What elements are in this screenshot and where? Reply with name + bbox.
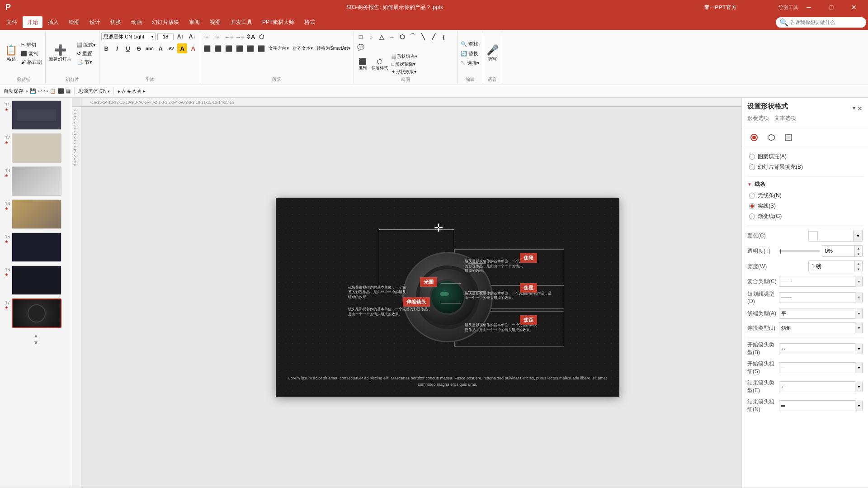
clear-format-button[interactable]: abc (145, 43, 155, 53)
compound-dropdown[interactable]: ═══ ▾ (779, 276, 863, 287)
text-shadow-button[interactable]: A (156, 43, 165, 53)
align-text-button[interactable]: 对齐文本▾ (291, 45, 314, 52)
align-right-button[interactable]: ⬛ (224, 43, 234, 53)
slide-thumbnail-13[interactable] (12, 166, 61, 196)
format-brush-button[interactable]: 🖌 格式刷 (19, 58, 43, 66)
panel-tab-text[interactable]: 文本选项 (774, 114, 796, 124)
transparency-input[interactable] (822, 246, 855, 256)
autosave-toggle[interactable]: 自动保存 ● (4, 88, 28, 95)
text-direction-button[interactable]: ⇕A (245, 32, 255, 42)
search-input[interactable] (790, 19, 863, 25)
justify-button[interactable]: ⬛ (235, 43, 245, 53)
panel-close-button[interactable]: ✕ (857, 105, 863, 112)
join-dropdown[interactable]: 斜角 ▾ (779, 322, 863, 333)
width-input-group[interactable]: ▲ ▼ (808, 261, 863, 272)
search-box[interactable]: 🔍 (776, 17, 866, 28)
select-button[interactable]: ↖ 选择▾ (459, 59, 481, 67)
copy-button[interactable]: ⬛ 复制 (19, 50, 43, 57)
reset-button[interactable]: ↺ 重置 (75, 50, 97, 57)
menu-file[interactable]: 文件 (2, 16, 22, 28)
panel-tab-shape[interactable]: 形状选项 (747, 114, 769, 124)
slide-thumbnail-16[interactable] (12, 265, 61, 295)
numbered-list-button[interactable]: ≡ (213, 32, 223, 42)
panel-icon-fill[interactable] (747, 131, 761, 144)
scroll-up-button[interactable]: ▲ (33, 332, 39, 339)
shape-fill-button[interactable]: ▦ 形状填充▾ (390, 53, 419, 60)
menu-draw[interactable]: 绘图 (64, 16, 84, 28)
cut-button[interactable]: ✂ 剪切 (19, 41, 43, 49)
find-button[interactable]: 🔍 查找 (459, 40, 481, 48)
shape-triangle[interactable]: △ (377, 32, 387, 42)
arrange-button[interactable]: ⬛ 排列 (356, 57, 369, 72)
expand-quick[interactable]: ▸ (143, 88, 146, 94)
menu-format[interactable]: 格式 (300, 16, 320, 28)
panel-icon-effects[interactable] (764, 131, 778, 144)
color-picker-btn[interactable]: ▾ (853, 230, 862, 241)
slide-thumbnail-14[interactable] (12, 199, 61, 229)
width-down[interactable]: ▼ (855, 266, 862, 272)
fill-slide-bg-radio[interactable]: 幻灯片背景填充(B) (747, 163, 863, 171)
linecap-dropdown[interactable]: 平 ▾ (779, 308, 863, 319)
label-jiaoduan2[interactable]: 焦段 (520, 283, 537, 293)
color-swatch[interactable] (809, 231, 818, 240)
quick-btn3[interactable]: ▦ (66, 88, 71, 94)
transparency-down[interactable]: ▼ (855, 251, 862, 256)
color-input-group[interactable]: ▾ (808, 230, 863, 242)
shape-outline-button[interactable]: □ 形状轮廓▾ (390, 61, 419, 68)
panel-dropdown-arrow[interactable]: ▾ (853, 105, 855, 112)
menu-view[interactable]: 视图 (205, 16, 225, 28)
shape-line[interactable]: ╲ (418, 32, 428, 42)
quick-styles-button[interactable]: ⬡ 快速样式 (370, 57, 389, 72)
slide-thumb-14[interactable]: 14 ★ (2, 199, 70, 230)
bullet-list-button[interactable]: ≡ (202, 32, 212, 42)
voice-button[interactable]: 🎤 听写 (485, 44, 500, 63)
decrease-indent-button[interactable]: ←≡ (224, 32, 234, 42)
slide-thumb-17[interactable]: 17 ★ (2, 298, 70, 329)
dash-dropdown[interactable]: ─── ▾ (779, 292, 863, 303)
end-arrow-dropdown[interactable]: ← ▾ (779, 381, 863, 392)
shape-connector[interactable]: ╱ (429, 32, 439, 42)
menu-slideshow[interactable]: 幻灯片放映 (147, 16, 184, 28)
shape-icon1[interactable]: ♦ (118, 89, 120, 94)
menu-insert[interactable]: 插入 (43, 16, 63, 28)
shape-circle[interactable]: ○ (366, 32, 376, 42)
slide-thumb-12[interactable]: 12 ★ (2, 133, 70, 164)
solid-line-radio[interactable]: 实线(S) (747, 202, 863, 210)
linecap-arrow[interactable]: ▾ (855, 308, 862, 319)
shape-effects-button[interactable]: ✦ 形状效果▾ (390, 68, 419, 76)
slide-thumbnail-15[interactable] (12, 232, 61, 262)
slide-thumb-15[interactable]: 15 ★ (2, 232, 70, 263)
menu-design[interactable]: 设计 (85, 16, 105, 28)
transparency-up[interactable]: ▲ (855, 246, 862, 251)
minimize-button[interactable]: ─ (798, 0, 819, 14)
shape-rect[interactable]: □ (356, 32, 366, 42)
end-arrow-size-dropdown[interactable]: ═ ▾ (779, 400, 863, 411)
begin-arrow-size-arrow[interactable]: ▾ (855, 362, 862, 373)
gradient-line-radio[interactable]: 渐变线(G) (747, 213, 863, 220)
section-button[interactable]: 📑 节▾ (75, 58, 97, 66)
label-jiaoju[interactable]: 焦距 (520, 315, 537, 325)
char-spacing-button[interactable]: AV (166, 43, 176, 53)
menu-review[interactable]: 审阅 (184, 16, 204, 28)
end-arrow-dd-arrow[interactable]: ▾ (855, 381, 862, 392)
shape-arrow[interactable]: → (387, 32, 397, 42)
fill-slide-bg-radio-btn[interactable] (749, 164, 755, 170)
no-line-radio[interactable]: 无线条(N) (747, 192, 863, 199)
dash-arrow[interactable]: ▾ (855, 292, 862, 303)
end-arrow-size-arrow[interactable]: ▾ (855, 400, 862, 411)
slide-thumb-11[interactable]: 11 ★ (2, 99, 70, 131)
font-combo[interactable]: 思源黑体 CN ▾ (78, 88, 110, 95)
label-guangquan[interactable]: 光圈 (420, 277, 437, 287)
paste-button[interactable]: 📋 粘贴 (4, 44, 19, 63)
redo-button[interactable]: ↪ (44, 88, 48, 94)
menu-home[interactable]: 开始 (23, 16, 42, 28)
fill-pattern-radio-btn[interactable] (749, 154, 755, 160)
new-slide-button[interactable]: ➕ 新建幻灯片 (47, 44, 73, 63)
italic-button[interactable]: I (112, 43, 122, 53)
move-handle[interactable]: ✛ (434, 222, 443, 234)
layout-button[interactable]: ▦ 版式▾ (75, 41, 97, 49)
bold-button[interactable]: B (101, 43, 111, 53)
label-jiaoduan1[interactable]: 焦段 (520, 253, 537, 263)
font-grow-button[interactable]: A↑ (175, 32, 185, 42)
slide-thumbnail-11[interactable] (12, 100, 61, 130)
